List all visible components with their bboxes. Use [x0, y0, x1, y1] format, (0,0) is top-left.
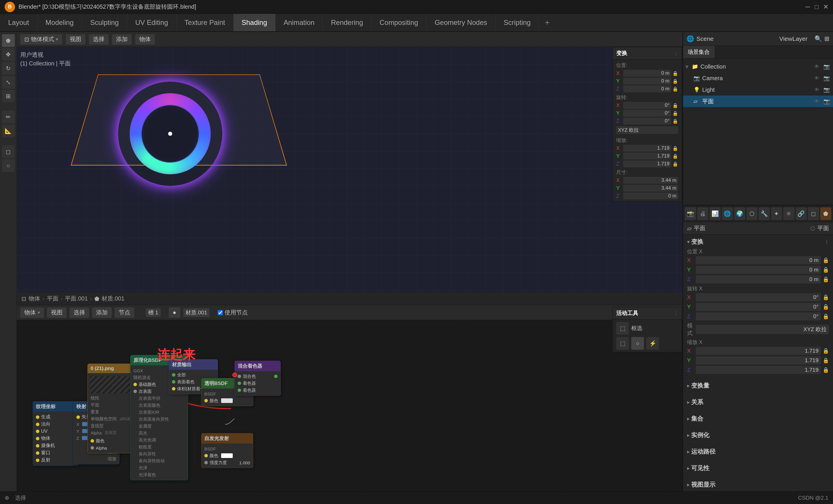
tool-icon-3[interactable]: ⚡ — [646, 337, 659, 350]
node-add-menu[interactable]: 添加 — [92, 308, 112, 318]
material-name[interactable]: 材质.001 — [183, 308, 210, 317]
object-props-tab[interactable]: ⬡ — [746, 207, 758, 220]
node-texture-coord[interactable]: 纹理坐标 生成 法向 UV 物体 摄像机 窗口 反射 — [33, 401, 79, 466]
physics-tab[interactable]: ⚛ — [783, 207, 794, 220]
collection-title[interactable]: ▸ 集合 — [687, 414, 829, 423]
filter-icon[interactable]: 🔍 — [814, 35, 822, 42]
scale-tool-button[interactable]: ⤡ — [2, 76, 15, 89]
close-button[interactable]: ✕ — [823, 3, 828, 11]
tab-add-button[interactable]: + — [539, 18, 555, 27]
node-mix-shader[interactable]: 混合着色器 混合色 着色器 着色器 — [234, 361, 281, 396]
output-props-tab[interactable]: 🖨 — [697, 207, 709, 220]
rot-x[interactable]: 0° — [623, 102, 671, 109]
measure-tool-button[interactable]: 📐 — [2, 124, 15, 137]
maximize-button[interactable]: □ — [815, 3, 818, 11]
transform-section-title[interactable]: ▾ 变换 ⋮ — [687, 238, 829, 246]
node-view-menu[interactable]: 视图 — [47, 308, 67, 318]
data-tab[interactable]: ◻ — [808, 207, 819, 220]
breadcrumb-object-menu[interactable]: 物体 — [29, 295, 40, 303]
scl-y[interactable]: 1.719 — [623, 152, 671, 160]
node-material-output-header[interactable]: 材质输出 — [169, 360, 218, 370]
viewport-add-menu[interactable]: 添加 — [112, 34, 132, 45]
transform-tool-button[interactable]: ⊞ — [2, 90, 15, 102]
rotate-tool-button[interactable]: ↻ — [2, 62, 15, 75]
tab-scripting[interactable]: Scripting — [496, 14, 539, 31]
box-select-tool-button[interactable]: ⬚ — [616, 322, 629, 335]
tab-shading[interactable]: Shading — [234, 14, 276, 31]
dim-y[interactable]: 3.44 m — [623, 185, 678, 192]
rot-y[interactable]: 0° — [623, 110, 671, 117]
rotation-mode-value[interactable]: XYZ 欧拉 — [696, 325, 829, 334]
node-texture-coord-header[interactable]: 纹理坐标 — [33, 402, 79, 412]
scale-z-value[interactable]: 1.719 — [696, 366, 821, 374]
dim-x[interactable]: 3.44 m — [623, 177, 678, 184]
add-object-button[interactable]: ○ — [2, 159, 15, 172]
tab-compositing[interactable]: Compositing — [371, 14, 426, 31]
tree-item-camera[interactable]: 📷 Camera 👁 📷 — [683, 72, 833, 84]
viewport-view-menu[interactable]: 视图 — [66, 34, 86, 45]
location-y-value[interactable]: 0 m — [696, 266, 821, 274]
rotation-y-value[interactable]: 0° — [696, 303, 821, 311]
view-layer-tab[interactable]: 📊 — [709, 207, 721, 220]
tree-item-plane[interactable]: ▱ 平面 👁 📷 — [683, 96, 833, 107]
viewport-mode-dropdown[interactable]: ⊡ 物体模式 — [20, 34, 62, 45]
rotation-x-value[interactable]: 0° — [696, 293, 821, 302]
viewport-select-menu[interactable]: 选择 — [89, 34, 109, 45]
tab-geonodes[interactable]: Geometry Nodes — [427, 14, 496, 31]
tab-animation[interactable]: Animation — [276, 14, 323, 31]
scale-y-value[interactable]: 1.719 — [696, 356, 821, 364]
cursor-tool-button[interactable]: ⊕ — [2, 34, 15, 47]
scl-z[interactable]: 1.719 — [623, 160, 671, 167]
transform-volume-title[interactable]: ▸ 变换量 — [687, 382, 829, 390]
breadcrumb-object-mode[interactable]: ⊡ — [21, 295, 26, 302]
material-tab[interactable]: ⬟ — [820, 207, 832, 220]
material-slot[interactable]: 槽 1 — [146, 308, 161, 317]
tab-rendering[interactable]: Rendering — [323, 14, 371, 31]
constraints-tab[interactable]: 🔗 — [796, 207, 807, 220]
breadcrumb-material[interactable]: 材质.001 — [102, 295, 124, 303]
node-node-menu[interactable]: 节点 — [115, 308, 134, 318]
tab-sculpting[interactable]: Sculpting — [82, 14, 127, 31]
tab-layout[interactable]: Layout — [0, 14, 37, 31]
pos-z[interactable]: 0 m — [623, 86, 671, 92]
visibility-title[interactable]: ▸ 可见性 — [687, 464, 829, 472]
location-z-value[interactable]: 0 m — [696, 275, 821, 283]
add-cube-button[interactable]: ◻ — [2, 145, 15, 158]
tree-item-light[interactable]: 💡 Light 👁 📷 — [683, 84, 833, 96]
breadcrumb-plane[interactable]: 平面 — [47, 295, 58, 303]
node-emission[interactable]: 自发光发射 BSDF 颜色 强度力度1.000 — [201, 433, 253, 468]
rot-mode[interactable]: XYZ 欧拉 — [616, 126, 678, 134]
relations-title[interactable]: ▸ 关系 — [687, 398, 829, 406]
tab-texturepaint[interactable]: Texture Paint — [176, 14, 234, 31]
node-select-menu[interactable]: 选择 — [69, 308, 89, 318]
use-nodes-checkbox[interactable] — [218, 310, 223, 315]
tab-modeling[interactable]: Modeling — [37, 14, 82, 31]
outliner-options[interactable]: ⊞ — [824, 35, 830, 42]
rotation-z-value[interactable]: 0° — [696, 312, 821, 320]
annotate-tool-button[interactable]: ✏ — [2, 111, 15, 123]
move-tool-button[interactable]: ✥ — [2, 48, 15, 61]
scene-props-tab[interactable]: 🌐 — [722, 207, 733, 220]
particles-tab[interactable]: ✦ — [771, 207, 782, 220]
node-object-dropdown[interactable]: 物体 — [20, 308, 44, 318]
instancing-title[interactable]: ▸ 实例化 — [687, 431, 829, 439]
modifier-tab[interactable]: 🔧 — [759, 207, 770, 220]
viewport-object-menu[interactable]: 物体 — [135, 34, 155, 45]
pos-y[interactable]: 0 m — [623, 78, 671, 85]
window-controls[interactable]: ─ □ ✕ — [806, 3, 828, 11]
rot-z[interactable]: 0° — [623, 118, 671, 124]
pos-x[interactable]: 0 m — [623, 70, 671, 77]
minimize-button[interactable]: ─ — [806, 3, 810, 11]
tool-icon-2[interactable]: ○ — [631, 337, 644, 350]
tree-item-collection[interactable]: ▾ 📁 Collection 👁 📷 — [683, 61, 833, 72]
dim-z[interactable]: 0 m — [623, 193, 678, 199]
node-mix-shader-header[interactable]: 混合着色器 — [235, 361, 281, 371]
scale-x-value[interactable]: 1.719 — [696, 347, 821, 355]
scl-x[interactable]: 1.719 — [623, 145, 671, 152]
tab-uvediting[interactable]: UV Editing — [127, 14, 176, 31]
breadcrumb-plane001[interactable]: 平面.001 — [65, 295, 88, 303]
motion-path-title[interactable]: ▸ 运动路径 — [687, 448, 829, 456]
node-emission-header[interactable]: 自发光发射 — [201, 433, 253, 443]
tool-icon-1[interactable]: ⬚ — [616, 337, 629, 350]
world-props-tab[interactable]: 🌍 — [734, 207, 745, 220]
